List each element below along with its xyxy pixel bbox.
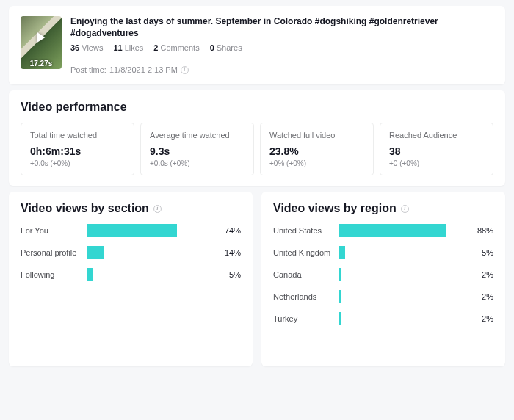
chart-bar [339, 268, 341, 281]
post-info: Enjoying the last days of summer. Septem… [70, 16, 493, 74]
chart-value: 2% [468, 314, 493, 323]
metric-label: Total time watched [30, 131, 125, 140]
post-title: Enjoying the last days of summer. Septem… [70, 16, 493, 39]
chart-bar-wrap [87, 268, 209, 281]
chart-category: Personal profile [21, 248, 79, 257]
chart-bar [87, 246, 104, 259]
chart-category: Netherlands [273, 292, 332, 301]
chart-value: 5% [468, 248, 493, 257]
chart-bar-wrap [339, 246, 461, 259]
metric-label: Reached Audience [389, 131, 484, 140]
metric-delta: +0.0s (+0%) [150, 159, 245, 167]
chart-bar [339, 224, 446, 237]
metric-total-time: Total time watched 0h:6m:31s +0.0s (+0%) [21, 123, 134, 175]
metric-reached: Reached Audience 38 +0 (+0%) [380, 123, 493, 175]
info-icon[interactable] [181, 66, 189, 74]
chart-category: Following [21, 270, 79, 279]
video-performance-card: Video performance Total time watched 0h:… [9, 90, 505, 186]
title-text: Video views by region [273, 202, 397, 215]
chart-bar-wrap [87, 246, 209, 259]
chart-value: 74% [216, 226, 241, 235]
post-time-label: Post time: [70, 65, 106, 74]
chart-bar [339, 312, 341, 325]
chart-row: United States88% [273, 224, 493, 237]
chart-bar [87, 268, 93, 281]
post-stats-row: 36Views 11Likes 2Comments 0Shares [70, 43, 493, 52]
stat-shares: 0Shares [210, 43, 242, 52]
video-thumbnail[interactable]: 17.27s [21, 16, 62, 69]
chart-value: 5% [216, 270, 241, 279]
video-performance-title: Video performance [21, 101, 493, 114]
chart-row: Personal profile14% [21, 246, 241, 259]
title-text: Video views by section [21, 202, 149, 215]
chart-row: For You74% [21, 224, 241, 237]
chart-bar-wrap [339, 290, 461, 303]
post-header-card: 17.27s Enjoying the last days of summer.… [9, 6, 505, 84]
views-by-section-title: Video views by section [21, 202, 241, 215]
views-by-region-title: Video views by region [273, 202, 493, 215]
chart-value: 2% [468, 292, 493, 301]
chart-category: United States [273, 226, 332, 235]
stat-likes: 11Likes [113, 43, 143, 52]
section-chart: For You74%Personal profile14%Following5% [21, 224, 241, 356]
metric-delta: +0 (+0%) [389, 159, 484, 167]
chart-bar-wrap [87, 224, 209, 237]
chart-bar-wrap [339, 224, 461, 237]
chart-category: United Kingdom [273, 248, 332, 257]
metric-value: 23.8% [269, 145, 364, 157]
post-time: Post time: 11/8/2021 2:13 PM [70, 65, 493, 74]
metric-delta: +0.0s (+0%) [30, 159, 125, 167]
metric-label: Average time watched [150, 131, 245, 140]
metric-value: 0h:6m:31s [30, 145, 125, 157]
chart-row: Netherlands2% [273, 290, 493, 303]
chart-value: 2% [468, 270, 493, 279]
chart-value: 14% [216, 248, 241, 257]
chart-category: For You [21, 226, 79, 235]
metric-full-video: Watched full video 23.8% +0% (+0%) [260, 123, 374, 175]
info-icon[interactable] [401, 205, 409, 213]
info-icon[interactable] [153, 205, 162, 213]
chart-bar [87, 224, 177, 237]
views-by-region-card: Video views by region United States88%Un… [261, 192, 505, 366]
performance-grid: Total time watched 0h:6m:31s +0.0s (+0%)… [21, 123, 493, 175]
metric-label: Watched full video [269, 131, 364, 140]
chart-row: United Kingdom5% [273, 246, 493, 259]
metric-avg-time: Average time watched 9.3s +0.0s (+0%) [140, 123, 254, 175]
chart-value: 88% [468, 226, 493, 235]
chart-category: Turkey [273, 314, 332, 323]
chart-bar-wrap [339, 268, 461, 281]
metric-value: 9.3s [150, 145, 245, 157]
chart-bar-wrap [339, 312, 461, 325]
chart-row: Following5% [21, 268, 241, 281]
metric-value: 38 [389, 145, 484, 157]
chart-bar [339, 246, 345, 259]
stat-comments: 2Comments [153, 43, 199, 52]
chart-category: Canada [273, 270, 332, 279]
stat-views: 36Views [70, 43, 103, 52]
region-chart: United States88%United Kingdom5%Canada2%… [273, 224, 493, 356]
chart-bar [339, 290, 341, 303]
metric-delta: +0% (+0%) [269, 159, 364, 167]
chart-row: Canada2% [273, 268, 493, 281]
chart-row: Turkey2% [273, 312, 493, 325]
video-duration: 17.27s [21, 59, 62, 68]
views-by-section-card: Video views by section For You74%Persona… [9, 192, 253, 366]
post-time-value: 11/8/2021 2:13 PM [109, 65, 178, 74]
